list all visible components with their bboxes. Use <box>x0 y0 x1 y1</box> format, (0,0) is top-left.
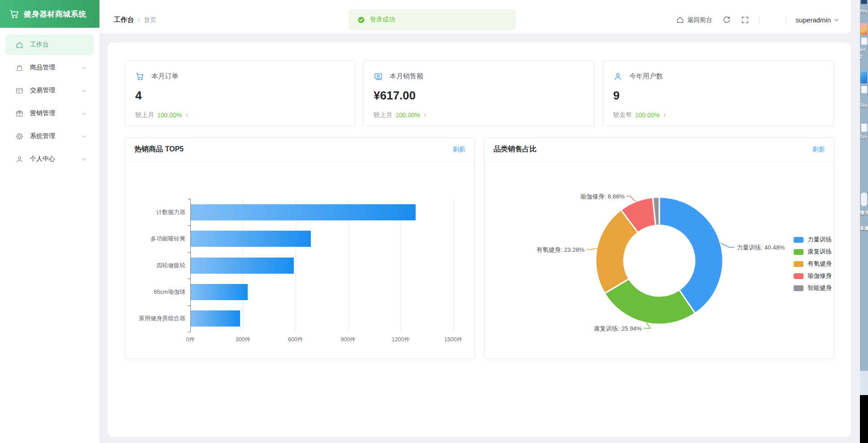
callout-label: 瑜伽修身: 8.66% <box>580 193 625 200</box>
stat-card-header: 本月订单 <box>135 72 178 81</box>
sidebar-item-label: 个人中心 <box>30 155 81 163</box>
legend-label: 有氧健身 <box>808 260 832 268</box>
toast-message: 登录成功 <box>370 16 395 24</box>
y-axis-tick <box>188 279 190 279</box>
donut-svg: 力量训练: 40.48%康复训练: 25.94%有氧健身: 23.28%瑜伽修身… <box>485 138 835 359</box>
stat-compare: 较去年100.00%↑ <box>613 111 666 119</box>
desktop-icon-fragment[interactable] <box>860 23 867 35</box>
bar-4[interactable] <box>191 310 240 327</box>
legend-swatch <box>794 273 804 279</box>
trend-up-icon: ↑ <box>423 112 426 119</box>
sidebar-item-2[interactable]: 交易管理 <box>5 80 94 101</box>
sidebar: 健身器材商城系统 工作台商品管理交易管理营销管理系统管理个人中心 <box>0 0 100 443</box>
card-icon <box>15 86 24 95</box>
fullscreen-icon[interactable] <box>741 16 749 24</box>
sidebar-item-label: 商品管理 <box>30 64 81 72</box>
chevron-down-icon <box>834 17 839 23</box>
sidebar-item-5[interactable]: 个人中心 <box>5 149 94 169</box>
legend-item-3[interactable]: 瑜伽修身 <box>794 272 832 280</box>
x-axis-tick-label: 300件 <box>225 336 261 344</box>
callout-line <box>721 243 735 247</box>
username: superadmin <box>796 16 831 24</box>
callout-label: 有氧健身: 23.28% <box>537 246 584 253</box>
legend-item-0[interactable]: 力量训练 <box>794 236 832 244</box>
chevron-down-icon <box>81 65 87 71</box>
legend-swatch <box>794 285 804 291</box>
y-axis-tick <box>188 305 190 306</box>
breadcrumb-item-workbench[interactable]: 工作台 <box>114 16 134 24</box>
y-axis-tick <box>188 332 190 332</box>
legend-label: 瑜伽修身 <box>808 272 832 280</box>
refresh-icon[interactable] <box>722 16 731 24</box>
stat-card-2: 今年用户数9较去年100.00%↑ <box>603 60 834 126</box>
desktop-edge-strip: PreInt2StuSni微信新建 <box>860 0 868 443</box>
bar-chart: 0件300件600件900件1200件1500件计数握力器多功能哑铃凳四轮健腹轮… <box>125 138 474 358</box>
desktop-icon-fragment[interactable] <box>861 86 867 93</box>
stat-compare-prefix: 较去年 <box>613 111 632 119</box>
legend-item-4[interactable]: 智能健身 <box>794 284 832 292</box>
x-axis-tick-label: 1200件 <box>383 336 419 344</box>
home-icon <box>15 41 24 49</box>
sidebar-item-4[interactable]: 系统管理 <box>5 126 94 146</box>
stat-compare-value: 100.00% <box>635 112 660 119</box>
money-icon <box>374 72 383 81</box>
desktop-icon-fragment[interactable] <box>861 124 867 132</box>
x-axis-tick-label: 900件 <box>330 336 366 344</box>
stat-value: 9 <box>613 89 619 103</box>
callout-label: 力量训练: 40.48% <box>737 244 785 251</box>
bar-2[interactable] <box>191 258 294 274</box>
bar-1[interactable] <box>191 231 311 247</box>
trend-up-icon: ↑ <box>663 112 666 119</box>
chevron-down-icon <box>81 111 87 116</box>
donut-chart: 力量训练: 40.48%康复训练: 25.94%有氧健身: 23.28%瑜伽修身… <box>485 138 834 358</box>
sidebar-menu: 工作台商品管理交易管理营销管理系统管理个人中心 <box>0 32 99 172</box>
legend-item-2[interactable]: 有氧健身 <box>794 260 832 268</box>
sidebar-item-1[interactable]: 商品管理 <box>5 57 94 78</box>
sidebar-item-0[interactable]: 工作台 <box>5 34 94 55</box>
bag-icon <box>15 64 24 72</box>
gift-icon <box>15 109 24 118</box>
sidebar-item-3[interactable]: 营销管理 <box>5 103 94 124</box>
stat-compare: 较上月100.00%↑ <box>374 111 426 119</box>
chevron-down-icon <box>81 156 87 162</box>
legend-swatch <box>794 261 804 267</box>
x-axis-tick-label: 1500件 <box>435 336 471 344</box>
topbar-actions: 返回前台 superadmin <box>676 15 839 25</box>
category-share-card: 品类销售占比 刷新 力量训练: 40.48%康复训练: 25.94%有氧健身: … <box>484 137 834 359</box>
desktop-icon-fragment[interactable] <box>861 193 867 206</box>
breadcrumb: 工作台 / 首页 <box>114 16 156 24</box>
desktop-icon-label: 新建 <box>860 225 868 232</box>
callout-line <box>586 248 597 249</box>
legend-label: 康复训练 <box>808 248 832 256</box>
desktop-icon-fragment[interactable] <box>860 72 867 83</box>
sidebar-item-label: 营销管理 <box>30 109 81 117</box>
sidebar-item-label: 系统管理 <box>30 132 81 140</box>
desktop-icon-label: Stu <box>860 103 868 108</box>
legend-label: 智能健身 <box>808 284 832 292</box>
stat-compare-value: 100.00% <box>157 112 182 119</box>
bar-3[interactable] <box>191 284 248 300</box>
chevron-down-icon <box>81 88 87 94</box>
y-axis-tick <box>188 199 190 199</box>
user-menu[interactable]: superadmin <box>796 16 839 24</box>
stat-compare-prefix: 较上月 <box>135 111 154 119</box>
desktop-icon-label: Sni <box>860 134 868 139</box>
success-toast: 登录成功 <box>349 10 516 30</box>
stat-value: ¥617.00 <box>374 89 416 103</box>
desktop-icon-fragment[interactable] <box>861 38 867 45</box>
category-label: 四轮健腹轮 <box>129 262 185 269</box>
category-label: 家用健身房组合器 <box>129 315 185 322</box>
cart-icon <box>9 9 20 19</box>
desktop-icon-fragment[interactable] <box>861 0 867 4</box>
app-logo: 健身器材商城系统 <box>0 0 99 28</box>
legend-item-1[interactable]: 康复训练 <box>794 248 832 256</box>
stat-label: 本月订单 <box>151 72 178 81</box>
chevron-down-icon <box>81 133 87 139</box>
user-icon <box>613 72 623 81</box>
bar-0[interactable] <box>191 204 416 220</box>
desktop-icon-label: 微信 <box>860 210 868 216</box>
stat-label: 本月销售额 <box>390 72 423 81</box>
stat-card-header: 今年用户数 <box>613 72 663 81</box>
back-to-front-button[interactable]: 返回前台 <box>676 16 713 24</box>
y-axis-tick <box>188 225 190 226</box>
